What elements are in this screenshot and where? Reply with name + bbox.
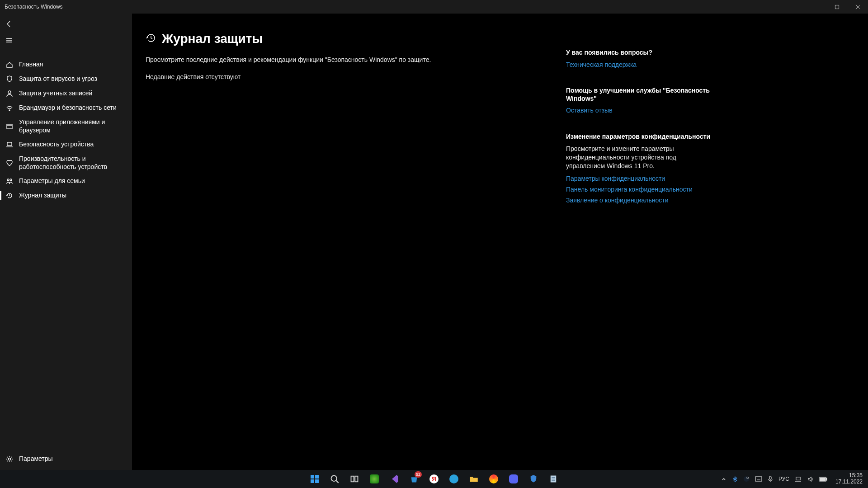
taskbar-app-opera[interactable] bbox=[485, 470, 503, 488]
sidebar-item-family[interactable]: Параметры для семьи bbox=[0, 174, 132, 188]
taskbar-search-button[interactable] bbox=[326, 470, 344, 488]
sidebar-item-label: Защита учетных записей bbox=[19, 89, 127, 98]
sidebar-item-performance[interactable]: Производительность и работоспособность у… bbox=[0, 152, 132, 174]
shield-icon bbox=[5, 75, 14, 83]
page-description: Просмотрите последние действия и рекомен… bbox=[146, 56, 552, 63]
feedback-link[interactable]: Оставить отзыв bbox=[566, 106, 711, 115]
minimize-button[interactable] bbox=[806, 0, 826, 14]
history-icon bbox=[146, 33, 156, 45]
sidebar-item-label: Управление приложениями и браузером bbox=[19, 118, 127, 134]
sidebar-item-label: Производительность и работоспособность у… bbox=[19, 155, 127, 171]
svg-rect-4 bbox=[7, 142, 12, 145]
sidebar-item-protection-history[interactable]: Журнал защиты bbox=[0, 188, 132, 203]
taskbar: 52 Я РУС 15:35 17.11.2022 bbox=[0, 470, 868, 488]
svg-point-8 bbox=[331, 476, 337, 482]
sidebar-item-virus[interactable]: Защита от вирусов и угроз bbox=[0, 72, 132, 86]
tray-battery-icon[interactable] bbox=[819, 477, 827, 482]
svg-rect-18 bbox=[826, 478, 827, 480]
svg-rect-15 bbox=[769, 476, 771, 479]
tray-time: 15:35 bbox=[835, 473, 863, 479]
maximize-button[interactable] bbox=[826, 0, 847, 14]
feedback-heading: Помощь в улучшении службы "Безопасность … bbox=[566, 87, 711, 103]
sidebar-item-device-security[interactable]: Безопасность устройства bbox=[0, 137, 132, 152]
svg-point-5 bbox=[7, 179, 9, 181]
svg-rect-10 bbox=[355, 476, 358, 482]
svg-rect-3 bbox=[7, 124, 12, 129]
taskbar-app-visual-studio[interactable] bbox=[385, 470, 403, 488]
taskbar-app-explorer[interactable] bbox=[465, 470, 483, 488]
back-button[interactable] bbox=[0, 16, 132, 32]
taskbar-app-telegram[interactable] bbox=[445, 470, 463, 488]
sidebar-item-label: Параметры для семьи bbox=[19, 177, 127, 185]
sidebar-item-label: Брандмауэр и безопасность сети bbox=[19, 104, 127, 112]
sidebar-item-firewall[interactable]: Брандмауэр и безопасность сети bbox=[0, 101, 132, 115]
tray-language[interactable]: РУС bbox=[778, 476, 789, 482]
svg-point-2 bbox=[9, 110, 10, 111]
sidebar-item-account[interactable]: Защита учетных записей bbox=[0, 86, 132, 101]
nav-menu-button[interactable] bbox=[0, 32, 132, 48]
taskbar-app-windows-security[interactable] bbox=[524, 470, 542, 488]
gear-icon bbox=[5, 455, 14, 463]
svg-rect-16 bbox=[796, 477, 800, 480]
store-badge: 52 bbox=[415, 471, 422, 478]
start-button[interactable] bbox=[306, 470, 324, 488]
tray-mic-icon[interactable] bbox=[768, 476, 773, 482]
close-button[interactable] bbox=[847, 0, 868, 14]
sidebar-item-app-control[interactable]: Управление приложениями и браузером bbox=[0, 115, 132, 137]
tray-clock[interactable]: 15:35 17.11.2022 bbox=[833, 473, 865, 485]
taskbar-app-notepad[interactable] bbox=[544, 470, 562, 488]
sidebar-item-label: Журнал защиты bbox=[19, 192, 127, 200]
svg-point-6 bbox=[10, 179, 12, 181]
tray-network-icon[interactable] bbox=[795, 476, 802, 482]
sidebar-item-home[interactable]: Главная bbox=[0, 57, 132, 72]
system-tray: РУС 15:35 17.11.2022 bbox=[721, 470, 865, 488]
privacy-statement-link[interactable]: Заявление о конфиденциальности bbox=[566, 196, 711, 205]
taskbar-app-xbox[interactable] bbox=[365, 470, 383, 488]
sidebar-item-label: Безопасность устройства bbox=[19, 141, 127, 149]
titlebar: Безопасность Windows bbox=[0, 0, 868, 14]
tray-date: 17.11.2022 bbox=[835, 479, 863, 485]
svg-point-1 bbox=[8, 91, 11, 94]
history-icon bbox=[5, 192, 14, 200]
taskbar-app-yandex[interactable]: Я bbox=[425, 470, 443, 488]
svg-rect-14 bbox=[755, 477, 762, 481]
heart-icon bbox=[5, 159, 14, 167]
task-view-button[interactable] bbox=[345, 470, 363, 488]
svg-rect-0 bbox=[835, 5, 839, 9]
tech-support-link[interactable]: Техническая поддержка bbox=[566, 61, 711, 69]
privacy-text: Просмотрите и измените параметры конфиде… bbox=[566, 145, 711, 170]
tray-steam-icon[interactable] bbox=[743, 476, 750, 482]
questions-heading: У вас появились вопросы? bbox=[566, 49, 711, 57]
app-icon bbox=[5, 122, 14, 131]
right-column: У вас появились вопросы? Техническая под… bbox=[566, 14, 729, 470]
tray-keyboard-icon[interactable] bbox=[755, 476, 762, 482]
sidebar-item-settings[interactable]: Параметры bbox=[0, 452, 132, 466]
privacy-dashboard-link[interactable]: Панель мониторинга конфиденциальности bbox=[566, 185, 711, 194]
main-content: Журнал защиты Просмотрите последние дейс… bbox=[132, 14, 566, 470]
sidebar-item-label: Параметры bbox=[19, 455, 127, 463]
family-icon bbox=[5, 177, 14, 185]
page-title: Журнал защиты bbox=[162, 32, 263, 46]
tray-overflow-button[interactable] bbox=[721, 476, 726, 482]
svg-point-7 bbox=[9, 458, 11, 460]
privacy-heading: Изменение параметров конфиденциальности bbox=[566, 133, 711, 141]
privacy-settings-link[interactable]: Параметры конфиденциальности bbox=[566, 174, 711, 183]
sidebar-item-label: Главная bbox=[19, 61, 127, 69]
tray-bluetooth-icon[interactable] bbox=[732, 476, 738, 482]
tray-volume-icon[interactable] bbox=[807, 476, 814, 482]
wifi-icon bbox=[5, 104, 14, 112]
laptop-icon bbox=[5, 141, 14, 149]
taskbar-app-discord[interactable] bbox=[505, 470, 523, 488]
svg-rect-19 bbox=[820, 478, 825, 480]
svg-rect-9 bbox=[351, 476, 354, 482]
person-icon bbox=[5, 89, 14, 98]
sidebar: Главная Защита от вирусов и угроз Защита… bbox=[0, 14, 132, 470]
home-icon bbox=[5, 61, 14, 69]
no-recent-text: Недавние действия отсутствуют bbox=[146, 73, 552, 80]
sidebar-item-label: Защита от вирусов и угроз bbox=[19, 75, 127, 83]
window-title: Безопасность Windows bbox=[0, 4, 63, 10]
taskbar-app-store[interactable]: 52 bbox=[405, 470, 423, 488]
